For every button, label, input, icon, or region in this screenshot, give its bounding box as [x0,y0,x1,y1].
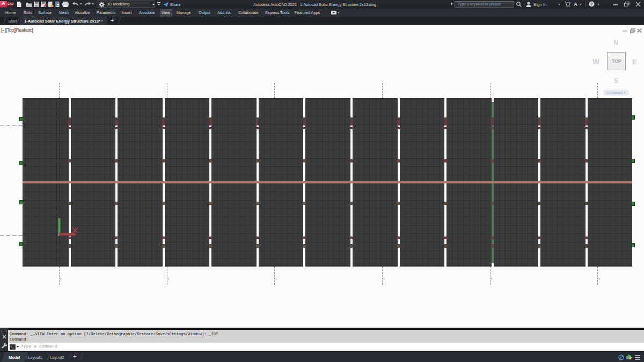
svg-text:?: ? [590,2,593,6]
